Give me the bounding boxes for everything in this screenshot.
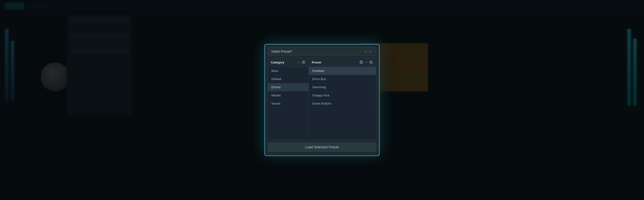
modal-next-button[interactable]: ▷: [368, 50, 373, 53]
preset-item-slamming[interactable]: Slamming: [309, 83, 376, 91]
modal-prev-button[interactable]: ◁: [364, 50, 368, 53]
preset-header: Preset +: [309, 58, 376, 67]
category-item-default[interactable]: Default: [268, 75, 308, 83]
preset-item-snappy-kick[interactable]: Snappy Kick: [309, 91, 376, 100]
category-item-vocals[interactable]: Vocals: [268, 100, 308, 108]
modal-content: Category +: [268, 58, 376, 140]
category-header-label: Category: [271, 61, 284, 64]
preset-list: Crushed Drum Bus Slamming Snappy Kick Sn…: [309, 67, 376, 139]
svg-rect-10: [360, 62, 362, 63]
category-add-button[interactable]: +: [297, 60, 300, 64]
preset-item-drum-bus[interactable]: Drum Bus: [309, 75, 376, 83]
modal-title: Initial Preset*: [271, 50, 292, 53]
modal-nav-buttons: ◁ ▷: [364, 50, 373, 53]
category-delete-button[interactable]: [302, 60, 306, 65]
preset-item-snare-bottom[interactable]: Snare Bottom: [309, 100, 376, 108]
preset-delete-button[interactable]: [369, 60, 373, 65]
category-header: Category +: [268, 58, 308, 67]
load-btn-container: Load Selected Preset: [268, 142, 376, 152]
modal-titlebar: Initial Preset* ◁ ▷: [268, 47, 376, 56]
category-header-icons: +: [297, 60, 306, 65]
preset-header-label: Preset: [312, 61, 321, 64]
preset-modal: Initial Preset* ◁ ▷ Category +: [264, 44, 380, 156]
category-item-drums[interactable]: Drums: [268, 83, 308, 91]
preset-save-button[interactable]: [359, 60, 363, 65]
category-item-master[interactable]: Master: [268, 91, 308, 100]
preset-item-crushed[interactable]: Crushed: [309, 67, 376, 75]
category-column: Category +: [268, 58, 309, 139]
preset-column: Preset +: [309, 58, 376, 139]
preset-add-button[interactable]: +: [365, 60, 368, 64]
preset-header-icons: +: [359, 60, 373, 65]
load-selected-preset-button[interactable]: Load Selected Preset: [268, 142, 376, 152]
category-list: Bass Default Drums Master Vocals: [268, 67, 308, 139]
category-item-bass[interactable]: Bass: [268, 67, 308, 75]
